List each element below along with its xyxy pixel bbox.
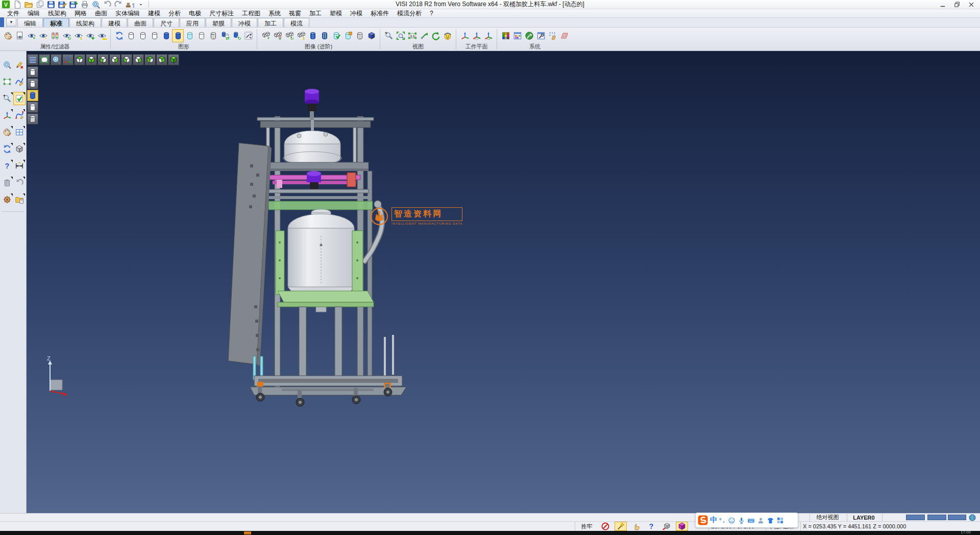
visibility-manager[interactable]	[49, 29, 61, 42]
file-manager-tool[interactable]	[13, 193, 26, 206]
workplane-move[interactable]	[482, 29, 494, 42]
workplane-new[interactable]	[459, 29, 471, 42]
close-button[interactable]	[966, 1, 977, 8]
strip-hatched[interactable]	[27, 113, 38, 125]
active-layer-cell[interactable]: LAYER0	[847, 514, 880, 521]
tab-6[interactable]: 应用	[180, 18, 205, 27]
strip-hidden-line[interactable]	[27, 78, 38, 89]
pan-magnifier-view[interactable]	[51, 54, 62, 65]
menu-item-2[interactable]: 线架构	[44, 9, 70, 18]
menu-item-8[interactable]: 电极	[185, 9, 205, 18]
ime-logo[interactable]	[698, 515, 708, 525]
menu-item-7[interactable]: 分析	[164, 9, 185, 18]
pan-zoom-tool[interactable]	[1, 58, 13, 71]
adv-toggle-view[interactable]: ±	[295, 29, 307, 42]
ime-skin[interactable]	[767, 517, 774, 524]
confirm-selection-tool[interactable]	[13, 92, 26, 105]
zoom-window-tool[interactable]	[1, 75, 13, 88]
ime-lang-toggle[interactable]: 中	[710, 516, 717, 525]
taskbar-app-peek[interactable]	[244, 531, 251, 534]
menu-item-0[interactable]: 文件	[3, 9, 23, 18]
display-settings[interactable]	[511, 29, 523, 42]
zoom-fit-view[interactable]	[39, 54, 50, 65]
hide-entities[interactable]: −	[37, 29, 49, 42]
save-as-button[interactable]	[57, 0, 67, 9]
adv-rendered-view[interactable]	[365, 29, 377, 42]
adv-refresh-view[interactable]: ↻	[283, 29, 295, 42]
grid-settings[interactable]	[558, 29, 570, 42]
workplane-triad-tool[interactable]	[1, 109, 13, 122]
context-help-toggle[interactable]: ?	[645, 522, 657, 531]
view-top[interactable]	[74, 54, 85, 65]
tab-10[interactable]: 模流	[284, 18, 309, 27]
viewport-3d[interactable]: Z 智造资料网 INTELLIGENT MANUFACTURI	[27, 51, 980, 513]
regen-tool[interactable]	[1, 142, 13, 156]
shade-wireframe[interactable]	[125, 29, 137, 42]
shade-update[interactable]: ↻	[231, 29, 242, 42]
hide-all[interactable]: ▬	[96, 29, 108, 42]
strip-wireframe[interactable]	[27, 66, 38, 78]
open-file-button[interactable]	[23, 0, 34, 9]
help-tool[interactable]: ?	[1, 159, 13, 173]
print-button[interactable]	[80, 0, 90, 9]
edit-spline-tool[interactable]	[13, 109, 26, 122]
undo-tool[interactable]	[13, 176, 26, 189]
filter-properties[interactable]	[14, 29, 26, 42]
zoom-plus-tool[interactable]: +	[1, 92, 13, 105]
menu-item-16[interactable]: 标准件	[366, 9, 393, 18]
attributes-brush-tool[interactable]	[1, 126, 13, 139]
strip-flat[interactable]	[27, 102, 38, 113]
tab-2[interactable]: 线架构	[69, 18, 101, 27]
strip-shaded[interactable]	[27, 90, 38, 101]
redo-button[interactable]	[113, 0, 124, 9]
tab-7[interactable]: 塑膜	[206, 18, 231, 27]
tab-1[interactable]: 标准	[43, 18, 69, 27]
visi-logo[interactable]: V	[1, 0, 11, 9]
view-mode-cell[interactable]: 绝对视图	[810, 514, 845, 521]
tab-overflow-dropdown[interactable]: ▼	[6, 18, 16, 27]
regen-graphics[interactable]	[113, 29, 125, 42]
ime-toolbox[interactable]	[776, 517, 784, 524]
delete-tool[interactable]	[1, 176, 13, 189]
ime-emoji[interactable]	[728, 517, 736, 524]
zoom-extents-button[interactable]	[395, 29, 406, 42]
machine-model[interactable]	[27, 51, 980, 513]
minimize-button[interactable]	[937, 1, 948, 8]
save-button[interactable]	[46, 0, 56, 9]
adv-striped-view[interactable]	[318, 29, 330, 42]
restore-button[interactable]	[951, 1, 963, 8]
tab-9[interactable]: 加工	[258, 18, 283, 27]
solid-tools[interactable]	[13, 142, 26, 156]
menu-item-9[interactable]: 尺寸标注	[205, 9, 238, 18]
view-front[interactable]	[121, 54, 132, 65]
magic-select-toggle[interactable]	[615, 522, 627, 531]
ime-keyboard[interactable]	[747, 517, 755, 524]
adv-hatched-view[interactable]	[354, 29, 365, 42]
adv-section-view[interactable]	[307, 29, 318, 42]
selection-settings[interactable]	[547, 29, 558, 42]
menu-item-1[interactable]: 编辑	[23, 9, 44, 18]
workplane-align[interactable]	[471, 29, 482, 42]
online-status-globe-icon[interactable]	[968, 514, 976, 522]
edit-curve-tool[interactable]	[13, 75, 26, 88]
shade-hidden-line[interactable]	[137, 29, 149, 42]
system-config[interactable]	[523, 29, 535, 42]
menu-item-15[interactable]: 冲模	[346, 9, 366, 18]
measure-tool[interactable]	[13, 159, 26, 173]
navigation-wheel-tool[interactable]	[1, 193, 13, 206]
view-axes[interactable]	[62, 54, 74, 65]
menu-item-11[interactable]: 系统	[264, 9, 285, 18]
pan-view-button[interactable]	[418, 29, 430, 42]
lock-toggle[interactable]: 拴牢	[575, 522, 598, 531]
refresh-visibility[interactable]: ↻	[61, 29, 72, 42]
toolbar-config[interactable]	[535, 29, 547, 42]
more-commands-button[interactable]	[136, 0, 146, 9]
shade-solid[interactable]	[160, 29, 172, 42]
menu-item-10[interactable]: 工程图	[238, 9, 264, 18]
menu-item-17[interactable]: 模流分析	[393, 9, 426, 18]
show-all[interactable]: ✚	[84, 29, 96, 42]
edit-delete-tool[interactable]	[13, 58, 26, 71]
window-layout-tool[interactable]	[13, 126, 26, 139]
show-entities[interactable]: +	[26, 29, 37, 42]
shade-flat[interactable]	[195, 29, 207, 42]
